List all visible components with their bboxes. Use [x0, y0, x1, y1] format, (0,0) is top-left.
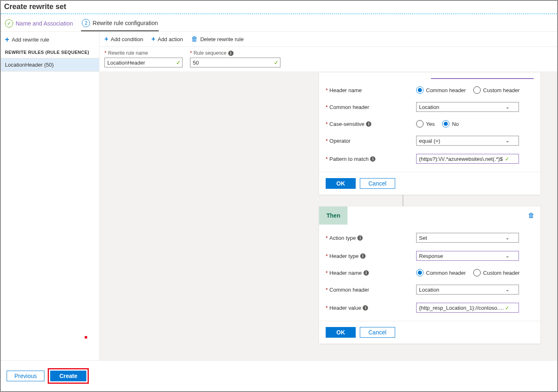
- check-icon: ✓: [176, 59, 181, 66]
- rule-seq-label: Rule sequence: [194, 50, 227, 56]
- info-icon[interactable]: i: [370, 156, 375, 162]
- delete-rule-button[interactable]: 🗑 Delete rewrite rule: [191, 36, 244, 42]
- rules-heading: REWRITE RULES (RULE SEQUENCE): [1, 47, 99, 58]
- header-type-label: Header type: [329, 253, 359, 259]
- marker: [85, 336, 87, 339]
- wizard-footer: Previous Create: [1, 360, 557, 391]
- radio-icon: [473, 269, 481, 276]
- plus-icon: +: [151, 36, 155, 42]
- tool-label: Add action: [157, 36, 183, 42]
- then-common-header-label: Common header: [329, 287, 369, 293]
- radio-common-header-then[interactable]: Common header: [416, 269, 466, 276]
- plus-icon: +: [5, 36, 9, 43]
- info-icon[interactable]: i: [360, 253, 366, 259]
- radio-custom-header-then[interactable]: Custom header: [473, 269, 520, 276]
- chevron-down-icon: ⌄: [505, 104, 509, 110]
- radio-yes[interactable]: Yes: [416, 120, 435, 128]
- info-icon[interactable]: i: [366, 121, 371, 127]
- rule-name-label: Rewrite rule name: [108, 50, 148, 56]
- action-card: Then 🗑 * Action type i Set⌄ *: [319, 206, 541, 344]
- header-name-label: Header name: [329, 87, 362, 93]
- rule-item-locationheader[interactable]: LocationHeader (50): [1, 58, 99, 72]
- chevron-down-icon: ⌄: [505, 253, 509, 259]
- info-icon[interactable]: i: [228, 51, 234, 56]
- radio-icon: [416, 120, 424, 128]
- check-icon: ✓: [274, 59, 279, 66]
- tool-label: Add condition: [111, 36, 143, 42]
- chevron-down-icon: ⌄: [505, 287, 509, 292]
- then-common-header-select[interactable]: Location⌄: [416, 285, 519, 295]
- action-ok-button[interactable]: OK: [326, 327, 356, 338]
- add-rule-label: Add rewrite rule: [12, 37, 49, 43]
- chevron-down-icon: ⌄: [505, 235, 509, 241]
- previous-button[interactable]: Previous: [7, 371, 44, 381]
- delete-action-button[interactable]: 🗑: [528, 212, 540, 219]
- radio-common-header[interactable]: Common header: [416, 86, 466, 94]
- purple-outline: [431, 78, 534, 79]
- rule-toolbar: + Add condition + Add action 🗑 Delete re…: [100, 32, 557, 47]
- trash-icon: 🗑: [191, 36, 198, 42]
- add-action-button[interactable]: + Add action: [151, 36, 183, 42]
- radio-icon: [416, 86, 424, 94]
- operator-select[interactable]: equal (=)⌄: [416, 136, 519, 146]
- rules-sidebar: + Add rewrite rule REWRITE RULES (RULE S…: [1, 32, 100, 360]
- then-header-name-label: Header name: [329, 270, 362, 276]
- case-sensitive-label: Case-sensitive: [329, 121, 364, 127]
- header-value-input[interactable]: {http_resp_Location_1}://contoso.com{htt…: [416, 303, 519, 313]
- condition-ok-button[interactable]: OK: [326, 178, 356, 189]
- rule-name-input[interactable]: [104, 58, 183, 67]
- common-header-label: Common header: [329, 104, 369, 110]
- radio-icon: [416, 269, 424, 276]
- then-tab: Then: [319, 206, 347, 225]
- add-rewrite-rule-button[interactable]: + Add rewrite rule: [1, 32, 99, 47]
- step2-number: 2: [82, 19, 90, 27]
- condition-cancel-button[interactable]: Cancel: [360, 178, 395, 189]
- action-type-select[interactable]: Set⌄: [416, 233, 519, 243]
- rule-properties: *Rewrite rule name ✓ *Rule sequence i ✓: [100, 47, 557, 72]
- check-icon: ✓: [505, 305, 509, 311]
- operator-label: Operator: [329, 138, 350, 144]
- action-type-label: Action type: [329, 235, 356, 241]
- info-icon[interactable]: i: [357, 235, 363, 241]
- pattern-input[interactable]: (https?):\/\/.*azurewebsites\.net(.*)$✓: [416, 154, 519, 164]
- check-icon: ✓: [505, 156, 509, 162]
- plus-icon: +: [104, 36, 108, 42]
- step1-label: Name and Association: [16, 20, 73, 27]
- wizard-step-1[interactable]: ✓ Name and Association: [4, 17, 74, 31]
- info-icon[interactable]: i: [363, 305, 368, 311]
- action-cancel-button[interactable]: Cancel: [360, 327, 395, 338]
- add-condition-button[interactable]: + Add condition: [104, 36, 143, 42]
- connector-line: [403, 195, 403, 206]
- wizard-step-2[interactable]: 2 Rewrite rule configuration: [81, 16, 159, 31]
- tool-label: Delete rewrite rule: [200, 36, 244, 42]
- info-icon[interactable]: i: [364, 270, 369, 276]
- radio-custom-header[interactable]: Custom header: [473, 86, 520, 94]
- radio-icon: [473, 86, 481, 94]
- header-type-select[interactable]: Response⌄: [416, 251, 519, 261]
- radio-icon: [442, 120, 449, 128]
- pattern-label: Pattern to match: [329, 156, 368, 162]
- step2-label: Rewrite rule configuration: [93, 20, 158, 26]
- check-icon: ✓: [5, 19, 13, 28]
- rule-sequence-input[interactable]: [190, 58, 280, 67]
- page-title: Create rewrite set: [1, 1, 557, 14]
- chevron-down-icon: ⌄: [505, 138, 509, 144]
- radio-no[interactable]: No: [442, 120, 459, 128]
- common-header-select[interactable]: Location⌄: [416, 102, 519, 112]
- create-highlight: Create: [48, 368, 89, 384]
- create-button[interactable]: Create: [50, 371, 86, 381]
- header-value-label: Header value: [329, 305, 361, 311]
- wizard-steps: ✓ Name and Association 2 Rewrite rule co…: [1, 14, 557, 32]
- condition-card: * Header name Common header Custom heade…: [319, 72, 541, 195]
